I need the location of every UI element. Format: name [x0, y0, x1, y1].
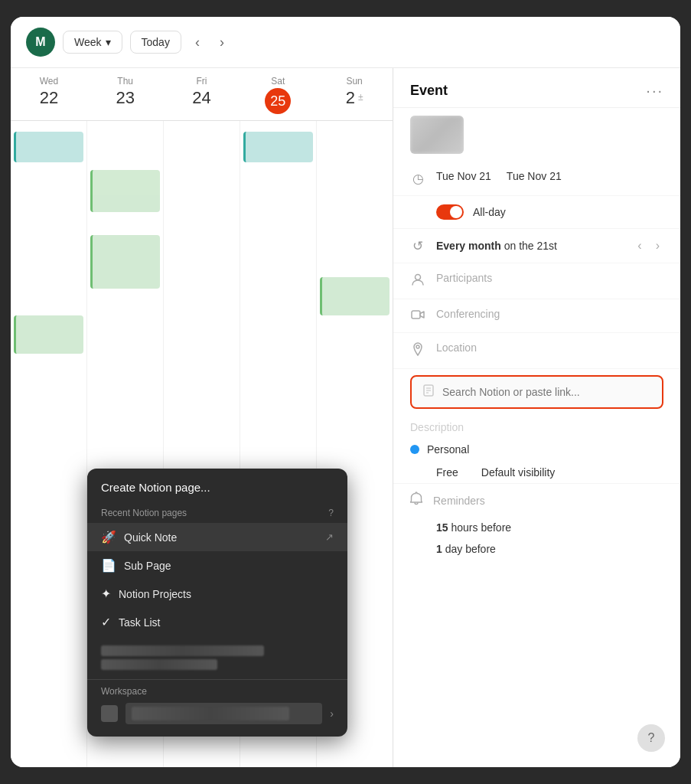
workspace-item[interactable]: ›	[101, 697, 334, 730]
notion-item-label: Sub Page	[124, 560, 334, 572]
chevron-right-icon: ›	[330, 707, 334, 720]
week-button[interactable]: Week ▾	[63, 31, 122, 54]
event-block[interactable]	[90, 235, 160, 289]
avatar: M	[26, 28, 55, 57]
allday-label: All-day	[473, 206, 506, 218]
week-label: Week	[74, 36, 102, 48]
projects-icon: ✦	[101, 586, 111, 601]
person-icon	[410, 273, 425, 290]
svg-point-2	[416, 345, 419, 348]
video-icon	[410, 309, 425, 324]
status-row: Free Default visibility	[393, 462, 680, 483]
recur-nav: ‹ ›	[634, 237, 663, 254]
reminder-item-1[interactable]: 15 hours before	[393, 517, 680, 538]
next-arrow[interactable]: ›	[213, 31, 230, 54]
location-label: Location	[436, 341, 477, 354]
recur-suffix: on the 21st	[504, 240, 557, 252]
day-num-wed: 22	[40, 88, 58, 108]
notion-search-field[interactable]	[410, 375, 663, 409]
event-panel: Event ··· ◷ Tue Nov 21 Tue Nov 21	[393, 68, 680, 767]
notion-item-label: Task List	[119, 616, 334, 629]
visibility-status[interactable]: Default visibility	[481, 466, 555, 479]
date-start[interactable]: Tue Nov 21	[436, 170, 491, 182]
date-row: Tue Nov 21 Tue Nov 21	[436, 170, 663, 182]
day-name-thu: Thu	[87, 76, 164, 87]
notion-doc-icon	[422, 384, 435, 400]
help-button[interactable]: ?	[637, 724, 665, 752]
clock-icon: ◷	[410, 171, 425, 187]
calendar-selector[interactable]: Personal	[393, 437, 680, 462]
location-icon	[410, 342, 425, 360]
free-status[interactable]: Free	[436, 466, 458, 479]
recur-label: Every month	[436, 240, 501, 252]
main-body: Wed 22 Thu 23 Fri 24 Sat 25 Sun	[11, 68, 680, 767]
svg-point-0	[416, 275, 421, 280]
location-field[interactable]: Location	[393, 333, 680, 369]
recent-pages-label: Recent Notion pages ?	[87, 503, 347, 523]
day-name-fri: Fri	[164, 76, 240, 87]
notion-search-input[interactable]	[442, 386, 651, 398]
calendar-panel: Wed 22 Thu 23 Fri 24 Sat 25 Sun	[11, 68, 393, 767]
day-num-thu: 23	[116, 88, 134, 108]
event-block[interactable]	[90, 170, 160, 212]
recur-left: ↺ Every month on the 21st	[410, 237, 557, 254]
participants-field[interactable]: Participants	[393, 263, 680, 299]
allday-toggle[interactable]	[436, 204, 464, 220]
reminder-2-num: 1	[436, 543, 442, 555]
rocket-icon: 🚀	[101, 530, 116, 544]
event-block[interactable]	[243, 132, 313, 162]
participants-label: Participants	[436, 272, 492, 284]
event-block[interactable]	[320, 277, 390, 315]
today-button[interactable]: Today	[130, 31, 181, 54]
event-panel-header: Event ···	[393, 68, 680, 108]
cal-col-wed	[11, 121, 87, 767]
more-options-button[interactable]: ···	[646, 82, 663, 100]
recur-icon: ↺	[410, 238, 425, 254]
event-title: Event	[410, 83, 448, 99]
recur-next-button[interactable]: ›	[652, 237, 663, 254]
blurred-preview	[101, 645, 264, 656]
notion-item-quick-note[interactable]: 🚀 Quick Note ↗	[87, 523, 347, 551]
page-icon: 📄	[101, 558, 116, 573]
reminder-item-2[interactable]: 1 day before	[393, 538, 680, 560]
reminders-field: Reminders	[393, 483, 680, 517]
svg-rect-1	[412, 311, 420, 318]
blurred-name	[132, 707, 289, 720]
event-block[interactable]	[14, 315, 83, 354]
day-col-fri: Fri 24	[164, 76, 240, 114]
day-num-sun: 2	[346, 88, 355, 108]
conferencing-label: Conferencing	[436, 308, 500, 320]
allday-content: All-day	[436, 204, 663, 220]
allday-row: All-day	[436, 204, 663, 220]
notion-item-sub-page[interactable]: 📄 Sub Page	[87, 551, 347, 580]
bell-icon	[410, 492, 422, 509]
day-headers: Wed 22 Thu 23 Fri 24 Sat 25 Sun	[11, 68, 393, 121]
recur-text: Every month on the 21st	[436, 240, 557, 252]
chevron-down-icon: ▾	[106, 36, 111, 48]
check-icon: ✓	[101, 615, 111, 629]
toggle-thumb	[450, 206, 462, 218]
notion-item-task-list[interactable]: ✓ Task List	[87, 608, 347, 636]
event-block[interactable]	[14, 132, 83, 162]
external-link-icon[interactable]: ↗	[325, 531, 334, 543]
section-label-text: Recent Notion pages	[101, 508, 187, 518]
calendar-name: Personal	[427, 443, 469, 456]
description-label: Description	[393, 413, 680, 437]
prev-arrow[interactable]: ‹	[189, 31, 206, 54]
notion-item-notion-projects[interactable]: ✦ Notion Projects	[87, 580, 347, 608]
date-end[interactable]: Tue Nov 21	[507, 170, 562, 182]
date-content: Tue Nov 21 Tue Nov 21	[436, 170, 663, 182]
recur-prev-button[interactable]: ‹	[634, 237, 645, 254]
reminder-1-num: 15	[436, 521, 448, 534]
notion-item-label: Notion Projects	[119, 588, 334, 600]
workspace-label: Workspace	[101, 686, 147, 697]
notion-dropdown: Create Notion page... Recent Notion page…	[87, 469, 347, 737]
toolbar: M Week ▾ Today ‹ ›	[11, 17, 680, 68]
allday-field: All-day	[393, 196, 680, 229]
conferencing-field[interactable]: Conferencing	[393, 299, 680, 333]
workspace-section: Workspace ›	[87, 679, 347, 737]
help-circle-icon[interactable]: ?	[328, 508, 334, 518]
blurred-preview	[101, 659, 217, 670]
reminder-2-suffix: before	[465, 543, 496, 555]
create-notion-page-button[interactable]: Create Notion page...	[87, 469, 347, 503]
